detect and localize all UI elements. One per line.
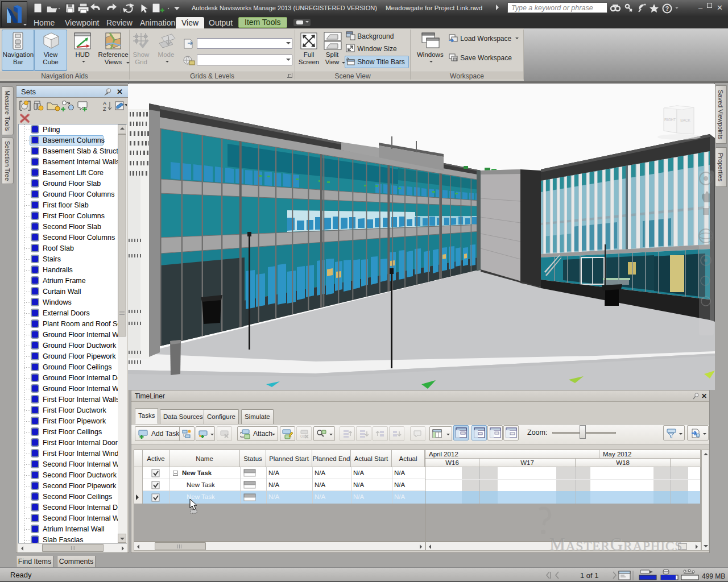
svg-text:RIGHT: RIGHT [664, 118, 676, 122]
svg-text:?: ? [665, 5, 669, 12]
svg-text:499 MB: 499 MB [702, 572, 725, 580]
svg-text:1 of 1: 1 of 1 [580, 571, 599, 580]
svg-text:0x: 0x [300, 434, 305, 439]
svg-text:Z: Z [103, 106, 106, 112]
svg-text:A: A [103, 101, 106, 106]
svg-text:BACK: BACK [680, 118, 690, 122]
